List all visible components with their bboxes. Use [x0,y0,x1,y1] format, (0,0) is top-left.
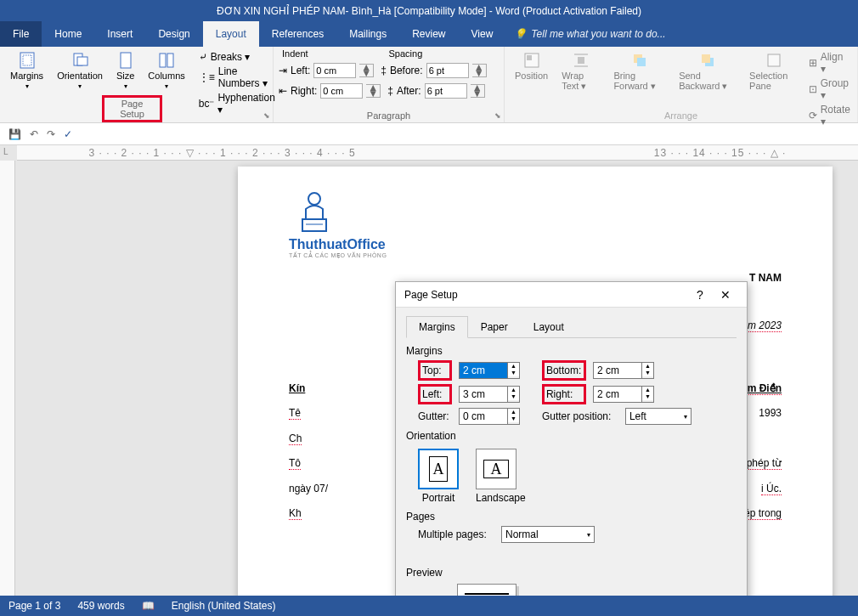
tab-home[interactable]: Home [42,21,94,47]
paragraph-launcher[interactable]: ⬊ [494,111,501,120]
pages-section-label: Pages [406,511,737,523]
gutter-label: Gutter: [418,410,452,422]
svg-rect-4 [121,53,131,68]
gutter-pos-label: Gutter position: [542,410,618,422]
window-title: ĐƠN XIN NGHỈ PHÉP NAM- Bình_Hà [Compatib… [217,5,641,17]
align-button[interactable]: ⊞ Align ▾ [807,50,852,76]
tell-me[interactable]: 💡 Tell me what you want to do... [505,21,674,47]
tab-mailings[interactable]: Mailings [336,21,399,47]
dialog-title: Page Setup [404,289,687,301]
hyphenation-icon: bc⁻ [199,98,215,110]
svg-rect-6 [167,54,173,67]
ruler-horizontal[interactable]: 3 · · · 2 · · · 1 · · · ▽ · · · 1 · · · … [17,145,858,161]
paragraph-label: Paragraph [274,110,504,121]
title-bar: ĐƠN XIN NGHỈ PHÉP NAM- Bình_Hà [Compatib… [0,0,858,21]
indent-left[interactable]: ⇥Left:▲▼ [279,63,374,78]
ruler-vertical[interactable] [0,161,15,596]
bottom-input[interactable] [593,362,642,379]
word-count[interactable]: 459 words [77,600,124,612]
tab-review[interactable]: Review [399,21,458,47]
margins-section-label: Margins [406,345,737,357]
breaks-icon: ⤶ [199,51,207,63]
position-button[interactable]: Position [510,48,553,84]
breaks-button[interactable]: ⤶Breaks ▾ [197,50,277,64]
indent-right[interactable]: ⇤Right:▲▼ [279,83,381,99]
size-button[interactable]: Size▾ [111,48,139,93]
tab-layout[interactable]: Layout [203,21,259,47]
dialog-tab-paper[interactable]: Paper [468,316,521,337]
line-numbers-button[interactable]: ⋮≡Line Numbers ▾ [197,65,277,90]
group-paragraph: Indent Spacing ⇥Left:▲▼ ‡Before:▲▼ ⇤Righ… [274,47,505,122]
orientation-section-label: Orientation [406,430,737,442]
multiple-pages-select[interactable]: Normal▾ [501,526,595,543]
dialog-tab-layout[interactable]: Layout [521,316,577,337]
orientation-button[interactable]: Orientation▾ [52,48,108,93]
spacing-before-icon: ‡ [381,65,387,76]
bulb-icon: 💡 [514,28,527,40]
columns-icon [158,52,175,69]
ruler-corner: L [3,147,8,156]
spacing-label: Spacing [389,48,500,59]
portrait-option[interactable]: A Portrait [418,449,459,504]
page-setup-dialog: Page Setup ? ✕ Margins Paper Layout Marg… [395,281,748,596]
wrap-text-button[interactable]: Wrap Text ▾ [556,48,605,95]
margins-icon [19,52,36,69]
left-label: Left: [418,384,452,404]
spacing-after[interactable]: ‡After:▲▼ [387,83,484,99]
group-button[interactable]: ⊡ Group ▾ [807,76,852,102]
top-spinner[interactable]: ▲▼ [459,362,520,379]
tab-file[interactable]: File [0,21,42,47]
bottom-label: Bottom: [542,360,586,381]
spellcheck-icon[interactable]: ✓ [64,128,72,140]
page-status[interactable]: Page 1 of 3 [8,600,60,612]
spacing-before[interactable]: ‡Before:▲▼ [381,63,486,78]
gutter-pos-select[interactable]: Left▾ [625,408,691,425]
left-input[interactable] [459,386,508,403]
landscape-option[interactable]: A Landscape [476,449,526,504]
size-icon [117,52,134,69]
dialog-close-icon[interactable]: ✕ [713,288,738,302]
ribbon: Margins▾ Orientation▾ Size▾ Columns▾ ⤶Br… [0,47,858,123]
tab-design[interactable]: Design [145,21,202,47]
workspace: 3 · · · 2 · · · 1 · · · ▽ · · · 1 · · · … [0,145,858,596]
indent-left-input[interactable] [313,63,356,78]
menu-bar: File Home Insert Design Layout Reference… [0,21,858,47]
dialog-tab-margins[interactable]: Margins [406,316,468,338]
gutter-input[interactable] [459,408,508,425]
margins-button[interactable]: Margins▾ [5,48,48,93]
svg-rect-15 [702,54,710,63]
indent-right-icon: ⇤ [279,85,287,97]
svg-rect-16 [768,54,780,66]
redo-icon[interactable]: ↷ [47,128,55,140]
send-backward-button[interactable]: Send Backward ▾ [674,48,741,95]
left-spinner[interactable]: ▲▼ [459,386,520,403]
spacing-before-input[interactable] [426,63,469,78]
save-icon[interactable]: 💾 [8,128,21,140]
dialog-titlebar[interactable]: Page Setup ? ✕ [396,282,747,308]
multiple-pages-label: Multiple pages: [418,528,494,540]
gutter-spinner[interactable]: ▲▼ [459,408,520,425]
tab-references[interactable]: References [259,21,336,47]
bring-forward-button[interactable]: Bring Forward ▾ [608,48,670,95]
right-spinner[interactable]: ▲▼ [593,386,654,403]
selection-pane-button[interactable]: Selection Pane [744,48,804,94]
right-input[interactable] [593,386,642,403]
right-label: Right: [542,384,586,404]
indent-right-input[interactable] [320,83,363,99]
bottom-spinner[interactable]: ▲▼ [593,362,654,379]
top-input[interactable] [459,362,508,379]
svg-point-17 [308,193,320,205]
undo-icon[interactable]: ↶ [30,128,38,140]
dialog-help-icon[interactable]: ? [687,288,713,302]
tab-insert[interactable]: Insert [94,21,145,47]
tab-view[interactable]: View [459,21,506,47]
page-setup-launcher[interactable]: ⬊ [263,111,270,120]
indent-label: Indent [279,48,389,59]
language-status[interactable]: English (United States) [172,600,276,612]
columns-button[interactable]: Columns▾ [143,48,189,93]
proofing-icon[interactable]: 📖 [142,600,155,612]
spacing-after-input[interactable] [425,83,467,99]
preview-thumbnail [457,584,516,596]
svg-rect-8 [527,55,532,60]
indent-left-icon: ⇥ [279,65,287,76]
